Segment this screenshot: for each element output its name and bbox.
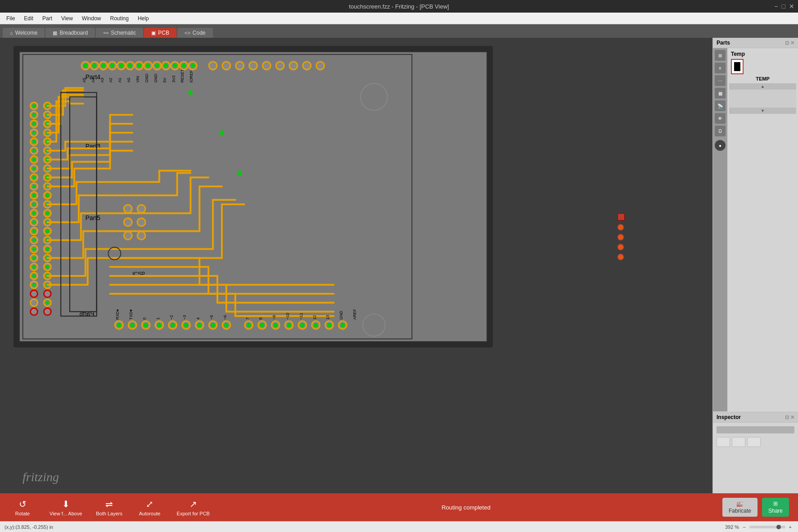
svg-point-116	[164, 63, 168, 68]
svg-point-96	[44, 308, 51, 315]
swatch-3[interactable]	[747, 437, 761, 447]
right-panel: Parts ⊡ ✕ ⊞ ≡ ⋯ ▦ 📡 👁 Ω ● Temp	[712, 38, 798, 493]
svg-text:~9: ~9	[272, 315, 276, 320]
svg-point-131	[316, 62, 325, 70]
svg-point-175	[124, 218, 132, 226]
menu-edit[interactable]: Edit	[19, 14, 38, 23]
parts-side-icon-8[interactable]: ●	[715, 140, 726, 151]
svg-point-35	[32, 149, 36, 153]
autoroute-button[interactable]: ⤢ Autoroute	[136, 499, 163, 516]
inspector-title: Inspector	[717, 414, 741, 420]
menu-part[interactable]: Part	[38, 14, 57, 23]
parts-side-icon-6[interactable]: 👁	[715, 113, 726, 124]
svg-text:7: 7	[245, 317, 250, 320]
parts-side-icon-1[interactable]: ⊞	[715, 50, 726, 61]
canvas-area[interactable]: Part4 Part3 Part5 Part6 ICSP	[0, 38, 712, 493]
both-layers-button[interactable]: ⇌ Both Layers	[96, 499, 123, 516]
fabricate-button[interactable]: 🏭 Fabricate	[722, 498, 757, 517]
swatch-1[interactable]	[717, 437, 730, 447]
tab-pcb[interactable]: ▣ PCB	[144, 28, 176, 38]
svg-text:A5: A5	[82, 78, 86, 83]
menu-help[interactable]: Help	[133, 14, 153, 23]
schematic-icon: ≈≈	[103, 30, 108, 36]
svg-text:8: 8	[258, 317, 263, 320]
svg-point-132	[361, 84, 388, 111]
parts-side-icon-2[interactable]: ≡	[715, 63, 726, 73]
parts-header-controls[interactable]: ⊡ ✕	[785, 40, 794, 46]
scroll-up-button[interactable]: ▲	[729, 83, 796, 90]
inspector-controls[interactable]: ⊡ ✕	[785, 415, 794, 420]
fabricate-icon: 🏭	[736, 500, 743, 507]
svg-point-29	[31, 308, 38, 315]
parts-side-icon-5[interactable]: 📡	[715, 100, 726, 111]
svg-text:0: 0	[142, 317, 147, 320]
svg-point-104	[110, 63, 114, 68]
svg-point-123	[209, 62, 217, 70]
menu-routing[interactable]: Routing	[106, 14, 133, 23]
pcb-circuit-svg: Part4 Part3 Part5 Part6 ICSP	[20, 52, 487, 341]
svg-text:13: 13	[325, 315, 330, 320]
share-button[interactable]: ⊞ Share	[762, 498, 789, 517]
close-button[interactable]: ✕	[789, 3, 794, 10]
tab-breadboard[interactable]: ▦ Breadboard	[45, 28, 95, 38]
pcb-board[interactable]: Part4 Part3 Part5 Part6 ICSP	[14, 46, 493, 347]
side-components	[618, 213, 625, 260]
svg-point-108	[128, 63, 132, 68]
parts-panel: Parts ⊡ ✕ ⊞ ≡ ⋯ ▦ 📡 👁 Ω ● Temp	[713, 38, 798, 412]
rotate-button[interactable]: ↺ Rotate	[9, 499, 36, 516]
tab-code[interactable]: <> Code	[177, 28, 213, 38]
parts-side-icon-7[interactable]: Ω	[715, 126, 726, 136]
both-layers-icon: ⇌	[105, 499, 113, 509]
menu-file[interactable]: File	[2, 14, 19, 23]
swatch-2[interactable]	[732, 437, 745, 447]
parts-side-icon-3[interactable]: ⋯	[715, 75, 726, 86]
svg-text:RESET: RESET	[180, 69, 185, 82]
zoom-slider-thumb[interactable]	[776, 525, 781, 529]
svg-point-84	[45, 247, 49, 251]
svg-text:RXD♦: RXD♦	[115, 309, 120, 320]
svg-point-98	[83, 63, 88, 68]
svg-point-154	[260, 323, 264, 327]
parts-list-area[interactable]	[729, 90, 796, 108]
svg-point-80	[45, 230, 49, 233]
svg-point-27	[31, 290, 38, 298]
svg-point-49	[32, 274, 36, 278]
fritzing-logo: fritzing	[23, 470, 59, 484]
svg-point-125	[236, 62, 244, 70]
zoom-minus-button[interactable]: −	[741, 524, 747, 530]
part-thumbnail	[731, 59, 744, 74]
svg-point-45	[32, 238, 36, 242]
svg-text:~10: ~10	[285, 313, 290, 320]
svg-point-48	[32, 265, 36, 269]
zoom-plus-button[interactable]: +	[787, 524, 793, 530]
tab-schematic[interactable]: ≈≈ Schematic	[96, 28, 143, 38]
svg-point-30	[32, 104, 36, 108]
autoroute-icon: ⤢	[146, 499, 153, 509]
svg-point-40	[32, 194, 36, 197]
breadboard-icon: ▦	[53, 30, 57, 36]
zoom-slider[interactable]	[749, 526, 785, 528]
parts-side-icon-4[interactable]: ▦	[715, 88, 726, 99]
svg-text:~6: ~6	[223, 315, 227, 320]
menu-window[interactable]: Window	[77, 14, 106, 23]
svg-text:Part5: Part5	[86, 214, 101, 221]
pcb-inner[interactable]: Part4 Part3 Part5 Part6 ICSP	[19, 51, 487, 342]
svg-point-134	[117, 323, 121, 327]
main-area: Part4 Part3 Part5 Part6 ICSP	[0, 38, 798, 493]
export-pcb-button[interactable]: ↗ Export for PCB	[177, 499, 210, 516]
svg-point-43	[32, 221, 36, 224]
maximize-button[interactable]: □	[782, 3, 785, 10]
svg-point-167	[363, 314, 385, 336]
tab-welcome[interactable]: ⌂ Welcome	[3, 28, 45, 38]
svg-text:5V: 5V	[162, 78, 167, 83]
view-above-button[interactable]: ⬇ View f... Above	[50, 499, 82, 516]
svg-point-50	[32, 283, 36, 287]
tab-schematic-label: Schematic	[111, 30, 136, 36]
svg-point-76	[45, 212, 49, 215]
svg-point-114	[155, 63, 159, 68]
svg-point-72	[45, 194, 49, 197]
menu-view[interactable]: View	[57, 14, 77, 23]
scroll-down-button[interactable]: ▼	[729, 108, 796, 114]
svg-point-126	[249, 62, 257, 70]
minimize-button[interactable]: −	[774, 3, 778, 10]
